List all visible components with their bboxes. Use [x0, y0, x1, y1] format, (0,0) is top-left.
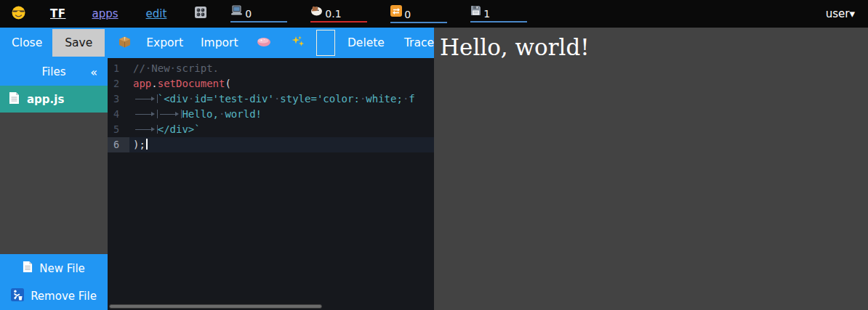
line-number: 2 [108, 76, 129, 91]
export-button[interactable]: Export [146, 36, 183, 49]
brand-link[interactable]: TF [50, 7, 65, 20]
document-icon [9, 91, 20, 107]
tab-indicator-icon [133, 125, 158, 134]
cpu-meter-field[interactable]: 0 [230, 5, 287, 23]
blank-toolbar-button[interactable] [316, 30, 334, 56]
code-line-content: //·New·script. [129, 61, 219, 76]
file-item-appjs[interactable]: app.js [0, 86, 108, 113]
files-header: Files « [0, 58, 108, 86]
preview-hello-text: Hello, world! [440, 33, 862, 62]
code-line[interactable]: 5</div>` [108, 122, 434, 137]
package-icon[interactable] [118, 35, 132, 52]
tab-indicator-icon [133, 110, 158, 118]
code-line-content: </div>` [129, 122, 201, 137]
nav-link-apps[interactable]: apps [92, 7, 118, 20]
storage-meter-field[interactable]: 1 [470, 5, 527, 23]
laptop-icon [230, 5, 243, 19]
memory-meter-field[interactable]: 0.1 [310, 5, 367, 23]
file-name: app.js [27, 93, 64, 106]
code-line[interactable]: 2app.setDocument( [108, 76, 434, 91]
remove-file-label: Remove File [31, 290, 97, 303]
hamster-icon [310, 5, 323, 19]
sidebar-empty-area [0, 113, 108, 254]
files-sidebar: Files « app.js New File Remove File [0, 58, 108, 310]
delete-button[interactable]: Delete [347, 36, 385, 49]
repeat-icon [390, 5, 402, 20]
import-button[interactable]: Import [201, 36, 238, 49]
trace-button[interactable]: Trace [404, 36, 434, 49]
loops-meter-field[interactable]: 0 [390, 5, 447, 23]
soap-icon[interactable] [257, 36, 271, 50]
user-menu[interactable]: user▾ [826, 7, 855, 20]
code-line[interactable]: 1//·New·script. [108, 61, 434, 76]
control-knobs-icon[interactable] [194, 6, 207, 22]
storage-meter-value: 1 [483, 9, 490, 19]
line-number: 6 [108, 137, 129, 152]
collapse-sidebar-button[interactable]: « [90, 65, 97, 79]
new-file-icon [23, 261, 33, 276]
new-file-button[interactable]: New File [0, 254, 108, 282]
horizontal-scrollbar-thumb[interactable] [109, 304, 322, 309]
line-number: 1 [108, 61, 129, 76]
text-cursor [146, 139, 148, 150]
nav-link-edit[interactable]: edit [146, 7, 167, 20]
save-button[interactable]: Save [52, 29, 105, 57]
code-line-content: ); [129, 137, 148, 152]
code-line[interactable]: 3`<div·id='test-div'·style='color:·white… [108, 91, 434, 107]
line-number: 5 [108, 122, 129, 137]
top-bar: TF apps edit 0 0.1 0 1 user▾ [0, 0, 868, 28]
code-area[interactable]: 1//·New·script.2app.setDocument(3`<div·i… [108, 58, 434, 152]
remove-file-button[interactable]: Remove File [0, 282, 108, 310]
files-header-label: Files [42, 65, 66, 78]
app-preview-panel: Hello, world! [434, 28, 868, 310]
litter-bin-icon [11, 288, 24, 304]
loops-meter-value: 0 [404, 9, 411, 20]
tab-indicator-icon [158, 110, 182, 118]
line-number: 3 [108, 91, 129, 107]
code-line[interactable]: 6); [108, 137, 434, 152]
code-line-content: `<div·id='test-div'·style='color:·white;… [129, 91, 415, 107]
close-button[interactable]: Close [12, 36, 42, 49]
sparkles-icon[interactable] [291, 35, 305, 52]
code-editor[interactable]: 1//·New·script.2app.setDocument(3`<div·i… [108, 58, 434, 310]
sunglasses-face-icon[interactable] [12, 6, 25, 23]
code-line[interactable]: 4Hello,·world! [108, 107, 434, 122]
floppy-icon [470, 5, 481, 19]
editor-toolbar: Close Save Export Import Delete Trace [0, 28, 434, 58]
code-line-content: app.setDocument( [129, 76, 231, 91]
code-line-content: Hello,·world! [129, 107, 262, 122]
memory-meter-value: 0.1 [325, 9, 341, 19]
tab-indicator-icon [133, 94, 158, 103]
line-number: 4 [108, 107, 129, 122]
cpu-meter-value: 0 [245, 9, 252, 19]
new-file-label: New File [39, 262, 85, 275]
